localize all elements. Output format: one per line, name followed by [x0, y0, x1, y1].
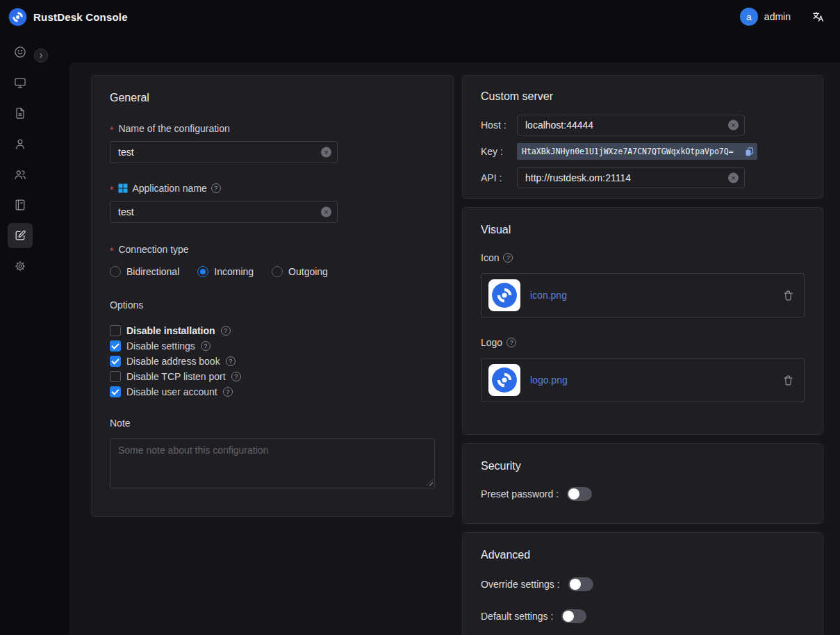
trash-icon[interactable]	[782, 290, 794, 302]
config-name-input[interactable]	[110, 141, 338, 163]
required-asterisk	[110, 122, 114, 135]
checkbox[interactable]	[110, 371, 121, 382]
app-title: RustDesk Console	[33, 11, 128, 23]
security-title: Security	[481, 459, 805, 473]
options-list: Disable installation ? Disable settings …	[110, 323, 435, 399]
top-bar: RustDesk Console a admin	[0, 0, 840, 33]
checkbox-disable-user-account[interactable]: Disable user account ?	[110, 384, 435, 399]
radio-dot[interactable]	[272, 266, 283, 277]
radio-dot[interactable]	[197, 266, 208, 277]
api-row: API : ×	[481, 167, 805, 188]
windows-icon	[118, 183, 128, 193]
header-right: a admin	[740, 8, 825, 26]
connection-type-label-row: Connection type	[110, 242, 435, 256]
key-field[interactable]: HtaXBkJNHyn0e1U1jWXze7A7CN7QTGWqxkOtpaVp…	[517, 143, 757, 160]
content-panel: General Name of the configuration ×	[69, 63, 840, 635]
icon-file-link[interactable]: icon.png	[530, 290, 567, 301]
users-icon	[13, 167, 27, 181]
checkbox-label: Disable TCP listen port	[126, 371, 226, 382]
required-asterisk	[110, 242, 114, 256]
help-icon[interactable]: ?	[507, 338, 516, 347]
custom-server-card: Custom server Host : × Key : HtaXBkJNHyn…	[462, 75, 823, 199]
api-label: API :	[481, 172, 517, 183]
sidebar-item-groups[interactable]	[8, 162, 33, 187]
logo-upload-box[interactable]: logo.png	[481, 358, 805, 402]
icon-preview	[488, 279, 520, 311]
clear-icon[interactable]: ×	[728, 173, 739, 183]
user-menu[interactable]: a admin	[740, 8, 791, 26]
sidebar-item-audit[interactable]	[8, 101, 33, 126]
icon-upload-box[interactable]: icon.png	[481, 273, 805, 318]
security-card: Security Preset password :	[462, 443, 823, 524]
sidebar-item-address-books[interactable]	[8, 192, 33, 217]
options-label: Options	[110, 298, 435, 312]
logo-file-link[interactable]: logo.png	[530, 374, 568, 386]
api-input[interactable]	[517, 167, 745, 188]
application-name-label-row: Application name ?	[110, 181, 435, 195]
edit-icon	[13, 229, 27, 242]
help-icon[interactable]: ?	[226, 356, 236, 366]
preset-password-toggle[interactable]	[567, 487, 592, 501]
host-label: Host :	[481, 119, 517, 131]
advanced-title: Advanced	[481, 548, 805, 562]
help-icon[interactable]: ?	[231, 372, 241, 381]
clear-icon[interactable]: ×	[728, 120, 739, 131]
clear-icon[interactable]: ×	[321, 207, 331, 217]
checkbox-disable-settings[interactable]: Disable settings ?	[110, 338, 435, 354]
sidebar-item-overview[interactable]	[8, 40, 33, 65]
preset-password-row: Preset password :	[481, 486, 805, 502]
copy-icon[interactable]	[744, 147, 755, 157]
help-icon[interactable]: ?	[223, 387, 233, 397]
help-icon[interactable]: ?	[221, 326, 231, 336]
default-settings-toggle[interactable]	[561, 609, 586, 623]
default-settings-label: Default settings :	[481, 611, 553, 622]
config-name-label-row: Name of the configuration	[110, 122, 435, 135]
logo-preview	[488, 364, 520, 396]
sidebar-item-users[interactable]	[8, 131, 33, 156]
visual-title: Visual	[481, 223, 805, 237]
application-name-input[interactable]	[110, 201, 338, 223]
help-icon[interactable]: ?	[201, 341, 211, 351]
gear-icon	[13, 259, 27, 273]
checkbox[interactable]	[110, 340, 121, 352]
checkbox-disable-address-book[interactable]: Disable address book ?	[110, 354, 435, 369]
icon-label: Icon	[481, 251, 499, 265]
note-textarea[interactable]	[110, 438, 435, 488]
connection-type-radio-group: Bidirectional Incoming Outgoing	[110, 266, 435, 277]
sidebar-collapse-button[interactable]	[34, 49, 48, 63]
override-settings-label: Override settings :	[481, 579, 560, 590]
radio-outgoing[interactable]: Outgoing	[272, 266, 328, 277]
sidebar-item-configurations[interactable]	[8, 223, 33, 248]
avatar[interactable]: a	[740, 8, 758, 26]
layout: General Name of the configuration ×	[0, 33, 840, 635]
sidebar-item-devices[interactable]	[8, 70, 33, 95]
rustdesk-logo-icon	[8, 8, 27, 26]
checkbox[interactable]	[110, 325, 121, 336]
connection-type-label: Connection type	[118, 242, 188, 256]
config-name-field: Name of the configuration ×	[110, 122, 435, 163]
checkbox[interactable]	[110, 386, 121, 397]
help-icon[interactable]: ?	[503, 253, 513, 263]
required-asterisk	[110, 181, 114, 195]
trash-icon[interactable]	[782, 374, 794, 386]
checkbox[interactable]	[110, 356, 121, 367]
checkbox-disable-tcp-listen-port[interactable]: Disable TCP listen port ?	[110, 369, 435, 384]
checkbox-disable-installation[interactable]: Disable installation ?	[110, 323, 435, 338]
translate-icon[interactable]	[812, 10, 825, 24]
radio-incoming[interactable]: Incoming	[197, 266, 254, 277]
radio-label: Bidirectional	[126, 266, 179, 277]
logo-label: Logo	[481, 336, 502, 349]
key-label: Key :	[481, 146, 517, 157]
radio-dot[interactable]	[110, 266, 121, 277]
application-name-label: Application name	[132, 181, 206, 195]
host-input[interactable]	[517, 115, 745, 135]
key-row: Key : HtaXBkJNHyn0e1U1jWXze7A7CN7QTGWqxk…	[481, 141, 805, 162]
preset-password-label: Preset password :	[481, 488, 559, 500]
chevron-right-icon	[38, 52, 44, 59]
icon-label-row: Icon ?	[481, 251, 805, 265]
help-icon[interactable]: ?	[211, 183, 221, 193]
radio-bidirectional[interactable]: Bidirectional	[110, 266, 179, 277]
override-settings-toggle[interactable]	[568, 577, 593, 591]
clear-icon[interactable]: ×	[321, 147, 331, 158]
sidebar-item-settings[interactable]	[8, 254, 33, 279]
